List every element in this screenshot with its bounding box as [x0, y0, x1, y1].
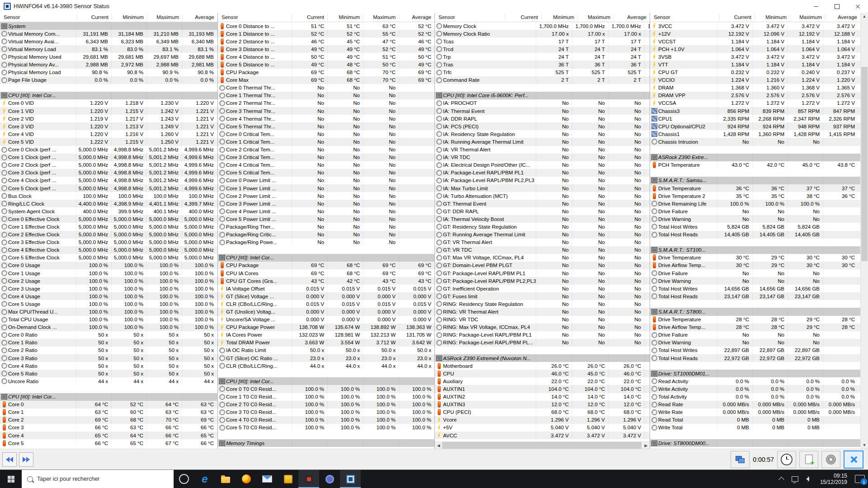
sensor-row[interactable]: CPU Package69 °C68 °C69 °C69 °C: [218, 262, 434, 269]
title-bar[interactable]: HWiNFO64 v6.14-3980 Sensor Status: [0, 0, 868, 13]
section-header-row[interactable]: S.M.A.R.T.: ST100...: [650, 246, 860, 254]
maximize-button[interactable]: [826, 0, 847, 13]
sensor-row[interactable]: IA: Package-Level RAPL/PBM PL2,PL3NoNoNo: [435, 177, 650, 184]
sensor-row[interactable]: Core 1 Power Limit ...NoNoNo: [218, 184, 434, 192]
sensor-row[interactable]: Write Rate0.000 MB/s0.000 MB/s0.000 MB/s…: [650, 408, 860, 416]
sensor-row[interactable]: Core 5 Distance to ...49 °C48 °C50 °C49 …: [218, 61, 434, 68]
sensor-row[interactable]: Core 4 Effective Clock5,000.0 MHz5,000.0…: [0, 246, 217, 254]
sensor-row[interactable]: Core 3 Clock (perf ...5,000.0 MHz4,998.8…: [0, 169, 217, 177]
sensor-row[interactable]: IA: Thermal Velocity BoostNoNoNo: [435, 215, 650, 223]
sensor-row[interactable]: Core 3 T0 C0 Resid...100.0 %100.0 %100.0…: [218, 408, 434, 416]
sensor-row[interactable]: Drive FailureNoNoNo: [650, 269, 860, 277]
sensor-row[interactable]: Write Total0 MB0 MB0 MB: [650, 424, 860, 432]
sensor-row[interactable]: Core 2 T0 C0 Resid...100.0 %100.0 %100.0…: [218, 401, 434, 408]
column-header-average[interactable]: Average: [182, 14, 217, 20]
sensor-row[interactable]: Core 1 Thermal Thr...NoNoNo: [218, 92, 434, 99]
sensor-row[interactable]: Physical Memory Av...2,988 MB2,972 MB2,9…: [0, 61, 217, 68]
column-header-current[interactable]: Current: [505, 14, 541, 20]
sensor-row[interactable]: IA: PROCHOTNoNoNo: [435, 99, 650, 107]
sensor-row[interactable]: CPU Package69 °C68 °C70 °C69 °C: [218, 69, 434, 76]
settings-button[interactable]: [821, 451, 840, 468]
taskbar-app-edge[interactable]: e: [194, 470, 215, 488]
sensor-row[interactable]: Trfc525 T525 T525 T: [435, 69, 650, 76]
sensor-row[interactable]: Core 2 VID1.219 V1.217 V1.243 V1.221 V: [0, 115, 217, 122]
sensor-row[interactable]: Core 5 Thermal Thr...NoNoNo: [218, 122, 434, 130]
sensor-row[interactable]: RING: VR Thermal AlertNoNoNo: [435, 308, 650, 315]
horizontal-scrollbar[interactable]: ◀ ▶: [435, 441, 650, 449]
sensor-row[interactable]: AUXTIN312.0 °C12.0 °C12.0 °C: [435, 401, 650, 408]
taskbar-app-mail[interactable]: [257, 470, 278, 488]
column-header-current[interactable]: Current: [292, 14, 327, 20]
sensor-row[interactable]: Auxiliary22.0 °C22.0 °C22.0 °C: [435, 377, 650, 385]
sensor-row[interactable]: Total DRAM Power3.663 W3.554 W3.712 W3.6…: [218, 339, 434, 347]
sensor-row[interactable]: Core 2 Thermal Thr...NoNoNo: [218, 99, 434, 107]
section-header-row[interactable]: ASRock Z390 Extreme4 (Nuvoton N...: [435, 354, 650, 362]
sensor-row[interactable]: Core 0 T0 C0 Resid...100.0 %100.0 %100.0…: [218, 385, 434, 393]
sensor-row[interactable]: Drive Temperature28 °C28 °C29 °C28 °C: [650, 316, 860, 324]
sensor-row[interactable]: IA: Max Turbo LimitNoNoNo: [435, 184, 650, 192]
section-header-row[interactable]: Drive: ST8000DM00...: [650, 439, 860, 447]
logging-button[interactable]: [799, 451, 818, 468]
column-header-row[interactable]: Sensor Current Minimum Maximum Average: [650, 13, 860, 22]
sensor-row[interactable]: Core 1 Distance to ...52 °C52 °C55 °C52 …: [218, 30, 434, 38]
sensor-row[interactable]: Motherboard26.0 °C26.0 °C26.0 °C: [435, 362, 650, 370]
sensor-row[interactable]: Tcas17 T17 T17 T: [435, 38, 650, 45]
column-header-average[interactable]: Average: [613, 14, 650, 20]
sensor-row[interactable]: Drive WarningNoNoNo: [650, 215, 860, 223]
sensor-row[interactable]: GT: DDR RAPLNoNoNo: [435, 207, 650, 215]
sensor-row[interactable]: GT (Unslice) Voltag...0.000 V0.000 V0.00…: [218, 308, 434, 315]
sensor-row[interactable]: Core 5 Ratio50 x50 x50 x50 x: [0, 370, 217, 377]
sensor-row[interactable]: CPU GT Cores (Gra...43 °C42 °C43 °C43 °C: [218, 277, 434, 285]
sensor-row[interactable]: Max CPU/Thread U...100.0 %100.0 %100.0 %…: [0, 308, 217, 315]
column-header-maximum[interactable]: Maximum: [363, 14, 399, 20]
sensor-row[interactable]: CPU IA Cores69 °C68 °C69 °C69 °C: [218, 269, 434, 277]
sensor-row[interactable]: Drive Airflow Temp...30 °C29 °C30 °C30 °…: [650, 262, 860, 269]
sensor-row[interactable]: Virtual Memory Avai...6,343 MB6,323 MB6,…: [0, 38, 217, 45]
sensor-row[interactable]: Chassis11,428 RPM1,360 RPM1,428 RPM1,415…: [650, 130, 860, 138]
taskbar-app-hwinfo[interactable]: [340, 470, 361, 488]
sensor-row[interactable]: Total Activity0.0 %0.0 %0.0 %0.0 %: [650, 393, 860, 401]
column-header-current[interactable]: Current: [719, 14, 755, 20]
scroll-up-icon[interactable]: ▲: [861, 13, 868, 20]
sensor-row[interactable]: RING: Residency State RegulationNoNoNo: [435, 300, 650, 308]
sensor-row[interactable]: Core 5 Critical Tem...NoNoNo: [218, 169, 434, 177]
sensor-row[interactable]: Uncore Ratio44 x44 x44 x44 x: [0, 377, 217, 385]
sensor-row[interactable]: Core 2 Ratio50 x50 x50 x50 x: [0, 347, 217, 354]
sensor-row[interactable]: Memory Clock1,700.0 MHz1,700.0 MHz1,700.…: [435, 22, 650, 30]
sensor-row[interactable]: Package/Ring Powe...NoNoNo: [218, 239, 434, 246]
sensor-row[interactable]: RING: VR TDCNoNoNo: [435, 316, 650, 324]
start-button[interactable]: [0, 470, 22, 488]
tray-network-button[interactable]: [788, 470, 802, 488]
sensor-row[interactable]: Core 4 T0 C0 Resid...100.0 %100.0 %100.0…: [218, 416, 434, 424]
section-header-row[interactable]: CPU [#0]: Intel Cor...: [0, 393, 217, 401]
sensor-row[interactable]: Physical Memory Load90.8 %90.8 %90.9 %90…: [0, 69, 217, 76]
nav-forward-button[interactable]: [19, 452, 33, 467]
sensor-row[interactable]: On-Demand Clock ...100.0 %100.0 %100.0 %…: [0, 324, 217, 331]
sensor-row[interactable]: Core 0 Ratio50 x50 x50 x50 x: [0, 331, 217, 339]
sensor-row[interactable]: GT: Domain-Level PBM PLGTNoNoNo: [435, 262, 650, 269]
close-button[interactable]: [847, 0, 868, 13]
sensor-row[interactable]: Core 3 Critical Tem...NoNoNo: [218, 154, 434, 161]
remote-monitoring-button[interactable]: [731, 451, 750, 468]
sensor-row[interactable]: Core 1 T0 C0 Resid...100.0 %100.0 %100.0…: [218, 393, 434, 401]
sensor-row[interactable]: CPU12,335 RPM2,268 RPM2,347 RPM2,326 RPM: [650, 115, 860, 122]
sensor-row[interactable]: Core 465 °C64 °C66 °C65 °C: [0, 432, 217, 439]
sensor-row[interactable]: IA: VR TDCNoNoNo: [435, 154, 650, 161]
section-header-row[interactable]: CPU [#0]: Intel Core i5-9600K: Perf...: [435, 92, 650, 99]
section-header-row[interactable]: CPU [#0]: Intel Cor...: [0, 92, 217, 99]
sensor-row[interactable]: Read Rate0.000 MB/s0.000 MB/s0.000 MB/s0…: [650, 401, 860, 408]
sensor-row[interactable]: Core 3 VID1.220 V1.213 V1.249 V1.221 V: [0, 122, 217, 130]
sensor-row[interactable]: VTT1.184 V1.184 V1.184 V1.184 V: [650, 61, 860, 68]
sensor-row[interactable]: Drive FailureNoNoNo: [650, 207, 860, 215]
sensor-row[interactable]: VCCST1.184 V1.184 V1.184 V1.184 V: [650, 38, 860, 45]
sensor-row[interactable]: Total Host Writes5,824 GB5,824 GB5,824 G…: [650, 223, 860, 230]
sensor-row[interactable]: Core 4 Clock (perf ...5,000.0 MHz4,998.8…: [0, 177, 217, 184]
sensor-row[interactable]: GT (Slice) OC Ratio ...23.0 x23.0 x23.0 …: [218, 354, 434, 362]
sensor-row[interactable]: Core 4 VID1.220 V1.216 V1.260 V1.221 V: [0, 130, 217, 138]
column-header-maximum[interactable]: Maximum: [577, 14, 613, 20]
sensor-row[interactable]: Core Max69 °C68 °C70 °C69 °C: [218, 76, 434, 84]
sensor-row[interactable]: 3VSB3.472 V3.472 V3.472 V3.472 V: [650, 53, 860, 61]
sensor-row[interactable]: GT: VR Thermal AlertNoNoNo: [435, 239, 650, 246]
sensor-row[interactable]: Core 5 Effective Clock5,000.0 MHz5,000.0…: [0, 254, 217, 262]
scroll-left-icon[interactable]: ◀: [435, 442, 442, 449]
